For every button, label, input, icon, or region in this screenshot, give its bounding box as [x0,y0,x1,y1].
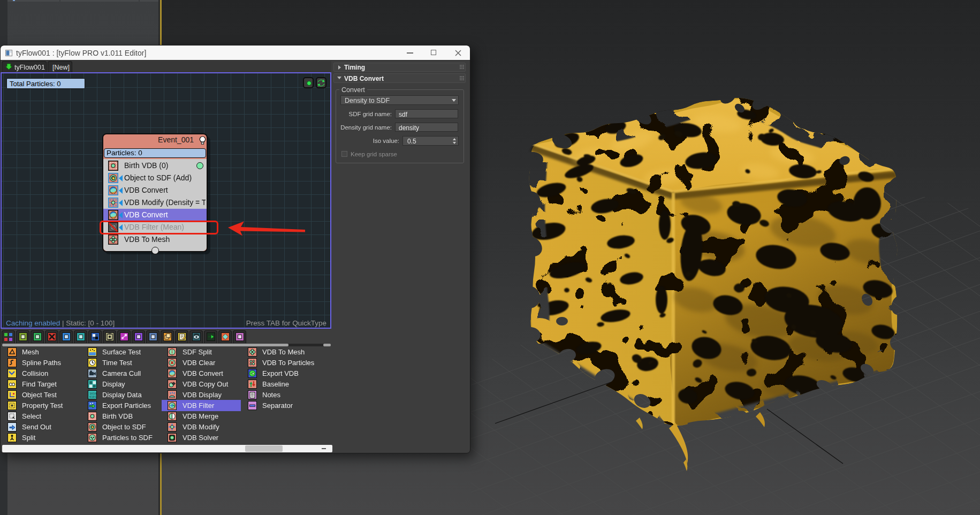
svg-text:0101: 0101 [89,395,96,398]
